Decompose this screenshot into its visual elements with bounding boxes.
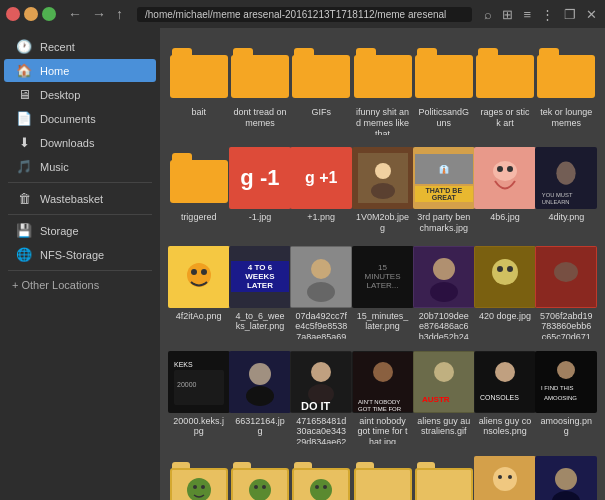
sidebar-item-documents[interactable]: 📄 Documents xyxy=(4,107,156,130)
sidebar-separator-2 xyxy=(8,214,152,215)
svg-point-12 xyxy=(187,263,211,287)
sidebar-item-nfs[interactable]: 🌐 NFS-Storage xyxy=(4,243,156,266)
file-name: PoliticsandGuns xyxy=(417,107,470,129)
folder-thumb xyxy=(290,42,352,104)
svg-point-14 xyxy=(201,269,207,275)
svg-point-22 xyxy=(492,259,518,285)
list-item[interactable]: angry_pepe.png xyxy=(231,452,288,500)
svg-point-62 xyxy=(493,467,517,491)
list-item[interactable]: 420 doge.jpg xyxy=(476,242,533,343)
image-thumb: AUSTR xyxy=(413,351,475,413)
sidebar-item-music[interactable]: 🎵 Music xyxy=(4,155,156,178)
svg-point-13 xyxy=(191,269,197,275)
list-item[interactable]: 👔 THAT'D BE GREAT 3rd party benchmarks.j… xyxy=(415,143,472,238)
list-item[interactable]: g -1 -1.jpg xyxy=(231,143,288,238)
list-item[interactable]: 4 TO 6WEEKSLATER 4_to_6_weeks_later.png xyxy=(231,242,288,343)
close-button[interactable] xyxy=(6,7,20,21)
svg-point-66 xyxy=(555,468,577,490)
sidebar-item-storage[interactable]: 💾 Storage xyxy=(4,219,156,242)
file-name: 4dity.png xyxy=(540,212,593,223)
up-button[interactable]: ↑ xyxy=(112,4,127,24)
image-thumb: YOU MUST UNLEARN xyxy=(535,147,597,209)
view-icon[interactable]: ⊞ xyxy=(500,5,515,24)
list-item[interactable]: angry pepe crazy.jpg xyxy=(293,452,350,500)
list-item[interactable]: 1V0M2ob.jpeg xyxy=(354,143,411,238)
sidebar-item-recent[interactable]: 🕐 Recent xyxy=(4,35,156,58)
list-item[interactable]: b7018908e000be4e20bb5cd411a22f2d5b584e38… xyxy=(538,452,595,500)
list-item[interactable]: 4f2itAo.png xyxy=(170,242,227,343)
wastebasket-icon: 🗑 xyxy=(16,191,32,206)
restore-icon[interactable]: ❐ xyxy=(562,5,578,24)
sidebar-item-wastebasket[interactable]: 🗑 Wastebasket xyxy=(4,187,156,210)
list-item[interactable]: YOU MUST UNLEARN 4dity.png xyxy=(538,143,595,238)
list-item[interactable]: dont tread on memes xyxy=(231,38,288,139)
list-item[interactable]: AUSTR aliens guy australiens.gif xyxy=(415,347,472,448)
sidebar-label-documents: Documents xyxy=(40,113,96,125)
file-name: dont tread on memes xyxy=(233,107,286,129)
sidebar-item-other[interactable]: + Other Locations xyxy=(0,275,160,295)
file-name: rages or stick art xyxy=(478,107,531,129)
list-item[interactable]: I FIND THIS AMOOSING amoosing.png xyxy=(538,347,595,448)
file-name: +1.png xyxy=(295,212,348,223)
list-item[interactable]: AIN'T NOBODY GOT TIME FOR aint nobody go… xyxy=(354,347,411,448)
folder-thumb xyxy=(474,42,536,104)
svg-point-43 xyxy=(434,362,454,382)
svg-point-17 xyxy=(307,282,335,302)
list-item[interactable]: 66312164.jpg xyxy=(231,347,288,448)
sort-icon[interactable]: ≡ xyxy=(521,5,533,24)
list-item[interactable]: DO IT 471658481d30aca0e34329d834ae627f09… xyxy=(293,347,350,448)
image-thumb xyxy=(352,147,414,209)
file-area[interactable]: bait dont tread on memes xyxy=(160,28,605,500)
list-item[interactable]: autism.png xyxy=(354,452,411,500)
svg-text:AIN'T NOBODY: AIN'T NOBODY xyxy=(358,399,400,405)
maximize-button[interactable] xyxy=(42,7,56,21)
svg-text:GOT TIME FOR: GOT TIME FOR xyxy=(358,406,402,412)
list-item[interactable]: 20b7109deee876486ac6b3dde52b24d95003cc0b… xyxy=(415,242,472,343)
list-item[interactable]: tek or lounge memes xyxy=(538,38,595,139)
svg-point-49 xyxy=(557,361,575,379)
list-item[interactable]: ifunny shit and memes like that xyxy=(354,38,411,139)
close-icon[interactable]: ✕ xyxy=(584,5,599,24)
svg-point-57 xyxy=(262,485,266,489)
list-item[interactable]: b4ec2f6c68ae171936ef3d4c635ea131b8edf d1… xyxy=(476,452,533,500)
svg-point-33 xyxy=(246,386,274,406)
list-item[interactable]: rages or stick art xyxy=(476,38,533,139)
search-icon[interactable]: ⌕ xyxy=(482,5,494,24)
list-item[interactable]: 4b6.jpg xyxy=(476,143,533,238)
file-name: bait xyxy=(172,107,225,118)
image-thumb: CONSOLES xyxy=(474,351,536,413)
sidebar-item-home[interactable]: 🏠 Home xyxy=(4,59,156,82)
list-item[interactable]: 07da492cc7fe4c5f9e85387a8ae85a697450f7_1… xyxy=(293,242,350,343)
svg-text:I FIND THIS: I FIND THIS xyxy=(541,385,574,391)
image-thumb xyxy=(290,246,352,308)
list-item[interactable]: g +1 +1.png xyxy=(293,143,350,238)
svg-point-60 xyxy=(323,485,327,489)
file-name: 1V0M2ob.jpeg xyxy=(356,212,409,234)
sidebar-separator xyxy=(8,182,152,183)
list-item[interactable]: awkwardrunning.png xyxy=(415,452,472,500)
folder-thumb xyxy=(229,42,291,104)
list-item[interactable]: 5706f2abd19783860ebb6c65c70d671dc504bc8.… xyxy=(538,242,595,343)
forward-button[interactable]: → xyxy=(88,4,110,24)
list-item[interactable]: triggered xyxy=(170,143,227,238)
sidebar-item-downloads[interactable]: ⬇ Downloads xyxy=(4,131,156,154)
list-item[interactable]: KEKS 20000 20000.keks.jpg xyxy=(170,347,227,448)
minimize-button[interactable] xyxy=(24,7,38,21)
list-item[interactable]: GIFs xyxy=(293,38,350,139)
menu-icon[interactable]: ⋮ xyxy=(539,5,556,24)
list-item[interactable]: bait xyxy=(170,38,227,139)
path-bar[interactable]: /home/michael/meme aresenal-20161213T171… xyxy=(137,7,472,22)
image-thumb xyxy=(229,351,291,413)
svg-point-23 xyxy=(497,266,503,272)
list-item[interactable]: CONSOLES aliens guy consoles.png xyxy=(476,347,533,448)
sidebar-label-recent: Recent xyxy=(40,41,75,53)
sidebar-item-desktop[interactable]: 🖥 Desktop xyxy=(4,83,156,106)
sidebar-label-other: + Other Locations xyxy=(12,279,99,291)
list-item[interactable]: 15MINUTESLATER... 15_minutes_later.png xyxy=(354,242,411,343)
list-item[interactable]: PoliticsandGuns xyxy=(415,38,472,139)
folder-thumb xyxy=(352,456,414,500)
svg-text:CONSOLES: CONSOLES xyxy=(480,394,519,401)
list-item[interactable]: angry double pepe.png xyxy=(170,452,227,500)
file-name: 66312164.jpg xyxy=(233,416,286,438)
back-button[interactable]: ← xyxy=(64,4,86,24)
